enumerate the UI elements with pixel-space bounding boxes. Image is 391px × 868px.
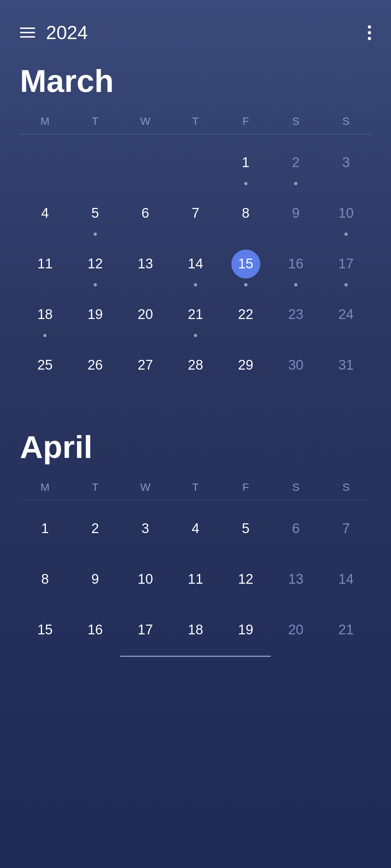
day-cell-15[interactable]: 15 [220,239,271,290]
day-cell-19[interactable]: 19 [220,605,271,657]
day-header-2: W [120,477,171,497]
day-cell-1[interactable]: 1 [20,504,70,554]
day-cell-31[interactable]: 31 [321,341,371,391]
day-number: 7 [181,199,210,228]
day-cell-8[interactable]: 8 [20,554,70,605]
day-cell-18[interactable]: 18 [171,605,221,657]
week-row-1: 45678910 [20,189,371,239]
day-number: 14 [332,565,361,593]
week-row-2: 11121314151617 [20,239,371,290]
day-number: 15 [30,615,59,644]
week-row-1: 891011121314 [20,554,371,605]
day-number: 18 [30,300,59,329]
day-cell-13[interactable]: 13 [271,554,321,605]
day-number: 24 [332,300,361,329]
day-cell-14[interactable]: 14 [321,554,371,605]
day-number: 19 [81,300,110,329]
day-cell-5[interactable]: 5 [70,189,121,239]
month-section-march: MarchMTWTFSS1234567891011121314151617181… [0,54,391,399]
day-number: 9 [81,565,110,593]
day-cell-27[interactable]: 27 [120,341,171,391]
day-number: 12 [231,565,260,593]
day-number: 30 [281,351,310,380]
day-cell-12[interactable]: 12 [220,554,271,605]
day-cell-23[interactable]: 23 [271,290,321,341]
hamburger-menu-icon[interactable] [20,27,35,38]
day-cell-3[interactable]: 3 [120,504,171,554]
day-cell-11[interactable]: 11 [171,554,221,605]
calendar-divider [20,134,371,135]
day-header-0: M [20,477,70,497]
day-number: 14 [181,250,210,278]
day-number: 6 [281,514,310,543]
event-dot [244,283,247,286]
day-cell-10[interactable]: 10 [321,189,371,239]
day-number: 21 [181,300,210,329]
day-cell-4[interactable]: 4 [20,189,70,239]
day-cell-7[interactable]: 7 [321,504,371,554]
day-cell-14[interactable]: 14 [171,239,221,290]
day-header-1: T [70,111,121,131]
day-cell-25[interactable]: 25 [20,341,70,391]
day-cell-2[interactable]: 2 [271,138,321,189]
day-number: 29 [231,351,260,380]
day-number: 11 [30,250,59,278]
year-label: 2024 [46,22,88,43]
event-dot [294,182,298,185]
day-cell-1[interactable]: 1 [220,138,271,189]
day-header-6: S [321,477,371,497]
day-cell-16[interactable]: 16 [271,239,321,290]
day-cell-18[interactable]: 18 [20,290,70,341]
day-cell-9[interactable]: 9 [271,189,321,239]
week-row-0: 1234567 [20,504,371,554]
day-number: 4 [30,199,59,228]
empty-cell [20,138,70,189]
day-cell-26[interactable]: 26 [70,341,121,391]
day-cell-30[interactable]: 30 [271,341,321,391]
empty-cell [70,138,121,189]
more-options-icon[interactable] [368,25,371,40]
day-cell-19[interactable]: 19 [70,290,121,341]
event-dot [194,334,197,337]
day-number: 28 [181,351,210,380]
day-cell-16[interactable]: 16 [70,605,121,657]
month-section-april: AprilMTWTFSS1234567891011121314151617181… [0,420,391,664]
day-cell-29[interactable]: 29 [220,341,271,391]
day-cell-17[interactable]: 17 [321,239,371,290]
day-cell-15[interactable]: 15 [20,605,70,657]
day-cell-13[interactable]: 13 [120,239,171,290]
day-number: 21 [332,615,361,644]
day-number: 16 [81,615,110,644]
event-dot [344,233,348,236]
day-cell-20[interactable]: 20 [271,605,321,657]
day-number: 16 [281,250,310,278]
day-cell-6[interactable]: 6 [120,189,171,239]
day-number: 10 [131,565,160,593]
day-number: 17 [131,615,160,644]
day-cell-24[interactable]: 24 [321,290,371,341]
day-cell-6[interactable]: 6 [271,504,321,554]
day-cell-17[interactable]: 17 [120,605,171,657]
day-cell-28[interactable]: 28 [171,341,221,391]
day-number: 8 [30,565,59,593]
day-cell-22[interactable]: 22 [220,290,271,341]
day-number: 3 [131,514,160,543]
day-cell-9[interactable]: 9 [70,554,121,605]
day-cell-4[interactable]: 4 [171,504,221,554]
day-cell-20[interactable]: 20 [120,290,171,341]
day-number: 13 [281,565,310,593]
day-cell-21[interactable]: 21 [171,290,221,341]
day-cell-2[interactable]: 2 [70,504,121,554]
day-cell-12[interactable]: 12 [70,239,121,290]
day-cell-8[interactable]: 8 [220,189,271,239]
day-cell-5[interactable]: 5 [220,504,271,554]
day-cell-3[interactable]: 3 [321,138,371,189]
week-row-4: 25262728293031 [20,341,371,391]
event-dot [344,283,348,286]
day-cell-7[interactable]: 7 [171,189,221,239]
day-cell-21[interactable]: 21 [321,605,371,657]
day-cell-11[interactable]: 11 [20,239,70,290]
day-number: 27 [131,351,160,380]
day-cell-10[interactable]: 10 [120,554,171,605]
day-header-5: S [271,477,321,497]
